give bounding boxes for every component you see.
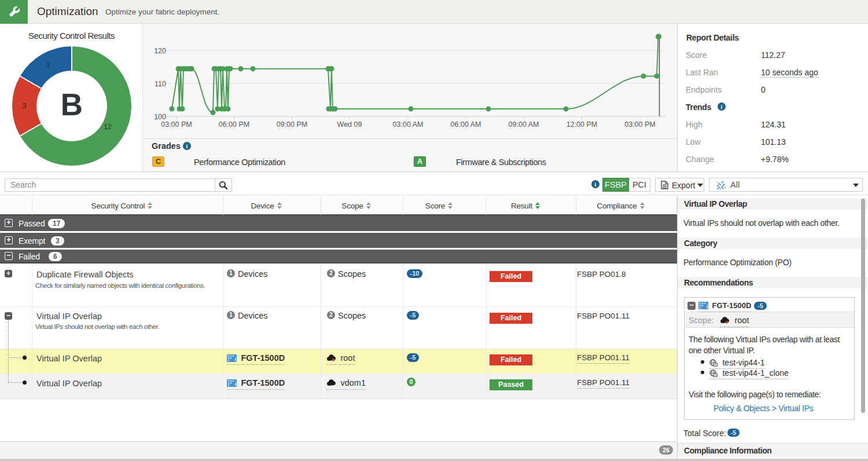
svg-text:i: i [595, 181, 597, 188]
svg-text:i: i [186, 143, 188, 149]
svg-text:03:00 AM: 03:00 AM [393, 120, 424, 129]
svg-text:3: 3 [23, 102, 27, 110]
svg-text:09:00 AM: 09:00 AM [509, 120, 539, 129]
svg-text:06:00 PM: 06:00 PM [219, 120, 250, 129]
svg-text:06:00 AM: 06:00 AM [451, 120, 481, 129]
svg-text:B: B [61, 87, 83, 122]
svg-text:100: 100 [154, 113, 166, 121]
svg-text:110: 110 [155, 80, 166, 88]
svg-text:12:00 PM: 12:00 PM [567, 120, 598, 129]
svg-text:12: 12 [104, 123, 112, 131]
svg-text:120: 120 [154, 47, 166, 55]
svg-text:i: i [721, 104, 723, 110]
svg-text:03:00 PM: 03:00 PM [624, 120, 656, 129]
svg-text:Wed 09: Wed 09 [337, 120, 362, 129]
svg-text:3: 3 [46, 61, 50, 69]
svg-text:03:00 PM: 03:00 PM [161, 120, 192, 129]
svg-text:09:00 PM: 09:00 PM [277, 120, 308, 129]
